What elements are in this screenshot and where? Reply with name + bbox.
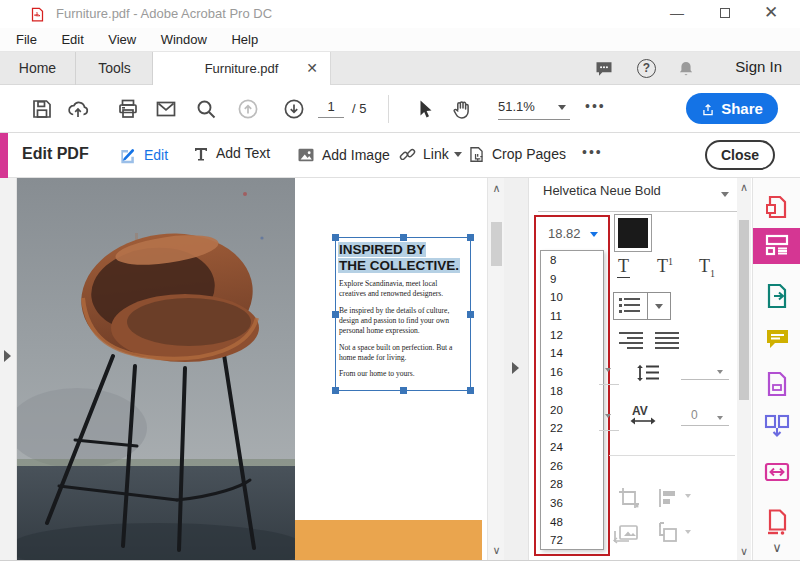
arrange-objects-icon (657, 522, 679, 544)
menu-window[interactable]: Window (151, 28, 217, 47)
superscript-button[interactable]: T1 (657, 256, 673, 277)
create-pdf-tool-button[interactable] (753, 190, 800, 226)
redact-tool-button[interactable] (753, 504, 800, 540)
resize-handle-sw[interactable] (332, 387, 339, 394)
toolbar-more-button[interactable]: ••• (585, 98, 606, 114)
resize-handle-n[interactable] (400, 234, 407, 241)
combine-files-tool-button[interactable] (753, 408, 800, 444)
resize-handle-w[interactable] (332, 311, 339, 318)
menu-view[interactable]: View (98, 28, 146, 47)
share-button[interactable]: Share (686, 93, 778, 124)
hand-tool-icon[interactable] (450, 97, 474, 121)
edit-pdf-tool-button[interactable] (753, 228, 800, 264)
scroll-down-icon[interactable]: ∨ (737, 545, 751, 558)
menu-edit[interactable]: Edit (51, 28, 93, 47)
upload-cloud-icon[interactable] (66, 97, 90, 121)
comment-tool-button[interactable] (753, 322, 800, 358)
font-size-option[interactable]: 24 (541, 438, 603, 457)
tab-home[interactable]: Home (0, 52, 76, 85)
resize-handle-se[interactable] (467, 387, 474, 394)
minimize-button[interactable]: — (654, 0, 700, 28)
font-size-option[interactable]: 12 (541, 326, 603, 345)
page-heading: INSPIRED BY THE COLLECTIVE. (336, 238, 470, 274)
notifications-bell-icon[interactable] (676, 59, 696, 79)
edit-button[interactable]: Edit (118, 145, 168, 165)
line-spacing-icon[interactable] (635, 362, 661, 384)
resize-handle-ne[interactable] (467, 234, 474, 241)
previous-page-icon (236, 97, 260, 121)
font-size-option[interactable]: 10 (541, 288, 603, 307)
export-pdf-tool-button[interactable] (753, 278, 800, 314)
page-number-input[interactable]: 1 (318, 99, 344, 118)
more-tools-chevron-icon[interactable]: ∨ (753, 540, 800, 555)
resize-handle-s[interactable] (400, 387, 407, 394)
next-page-icon[interactable] (282, 97, 306, 121)
align-right-button[interactable] (619, 332, 643, 350)
help-icon[interactable]: ? (637, 59, 656, 78)
print-icon[interactable] (116, 97, 140, 121)
chevron-down-icon[interactable] (605, 368, 611, 372)
kerning-dropdown[interactable] (717, 416, 723, 420)
align-justify-button[interactable] (655, 332, 679, 350)
sign-in-button[interactable]: Sign In (735, 58, 782, 75)
organize-pages-tool-button[interactable] (753, 366, 800, 402)
format-panel-scrollbar-thumb[interactable] (739, 220, 749, 400)
font-size-option[interactable]: 14 (541, 344, 603, 363)
tab-tools[interactable]: Tools (77, 52, 153, 85)
font-size-option[interactable]: 26 (541, 457, 603, 476)
tools-sidebar: ∨ (752, 178, 800, 561)
scroll-up-icon[interactable]: ∧ (488, 182, 505, 195)
font-size-combobox[interactable]: 18.82 (536, 223, 606, 245)
document-scrollbar[interactable]: ∧ ∨ (487, 178, 504, 561)
fill-sign-tool-button[interactable] (753, 456, 800, 492)
font-family-dropdown[interactable]: Helvetica Neue Bold (543, 183, 745, 208)
font-size-option[interactable]: 72 (541, 531, 603, 550)
scroll-up-icon[interactable]: ∧ (737, 181, 751, 194)
font-size-option[interactable]: 36 (541, 494, 603, 513)
editbar-more-button[interactable]: ••• (582, 144, 603, 160)
zoom-level-dropdown[interactable]: 51.1% (498, 99, 570, 120)
scroll-down-icon[interactable]: ∨ (488, 544, 505, 557)
save-icon[interactable] (30, 97, 54, 121)
add-image-button[interactable]: Add Image (296, 145, 390, 165)
font-size-option[interactable]: 18 (541, 382, 603, 401)
font-size-option[interactable]: 8 (541, 251, 603, 270)
font-size-option[interactable]: 9 (541, 270, 603, 289)
tab-close-icon[interactable]: ✕ (306, 52, 318, 85)
subscript-button[interactable]: T1 (699, 256, 715, 279)
tab-document[interactable]: Furniture.pdf ✕ (153, 52, 331, 86)
document-scrollbar-thumb[interactable] (491, 222, 502, 266)
select-tool-icon[interactable] (412, 97, 436, 121)
font-color-swatch[interactable] (614, 214, 652, 252)
expand-left-panel-icon[interactable] (4, 350, 11, 362)
numbered-list-button[interactable] (614, 293, 648, 319)
format-panel-scrollbar[interactable]: ∧ ∨ (737, 178, 751, 561)
align-objects-icon (657, 488, 679, 508)
link-dropdown-button[interactable]: Link (398, 145, 462, 164)
font-size-option[interactable]: 20 (541, 401, 603, 420)
font-size-option[interactable]: 28 (541, 475, 603, 494)
email-icon[interactable] (154, 97, 178, 121)
close-window-button[interactable]: ✕ (748, 0, 794, 28)
font-size-option[interactable]: 11 (541, 307, 603, 326)
crop-pages-button[interactable]: Crop Pages (467, 145, 566, 164)
menu-help[interactable]: Help (221, 28, 268, 47)
resize-handle-e[interactable] (467, 311, 474, 318)
search-icon[interactable] (194, 97, 218, 121)
font-size-option[interactable]: 48 (541, 513, 603, 532)
chevron-down-icon[interactable] (605, 414, 611, 418)
line-spacing-dropdown[interactable] (717, 370, 723, 374)
underline-button[interactable]: T (617, 256, 630, 278)
maximize-button[interactable] (702, 0, 748, 28)
numbered-list-dropdown[interactable] (648, 293, 670, 319)
comments-icon[interactable] (594, 59, 614, 79)
add-text-button[interactable]: Add Text (192, 145, 270, 163)
resize-handle-nw[interactable] (332, 234, 339, 241)
font-size-option[interactable]: 16 (541, 363, 603, 382)
close-edit-mode-button[interactable]: Close (705, 140, 775, 170)
font-size-option[interactable]: 22 (541, 419, 603, 438)
menu-file[interactable]: File (6, 28, 47, 47)
collapse-format-panel-icon[interactable] (512, 362, 519, 374)
selected-text-box[interactable]: INSPIRED BY THE COLLECTIVE. Explore Scan… (335, 237, 471, 391)
heading-line-1: INSPIRED BY (338, 242, 426, 257)
